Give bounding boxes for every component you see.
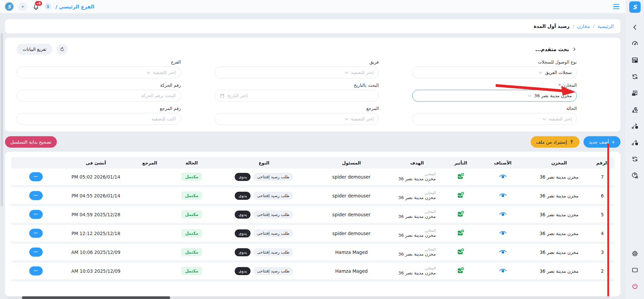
cell-created-at: PM 04:59 2025/12/28: [61, 212, 131, 217]
horizontal-scrollbar[interactable]: [7, 296, 610, 299]
team-placeholder: إختر للتصفية: [351, 70, 374, 75]
company-logo[interactable]: S: [5, 2, 14, 11]
access-type-value: سجلات الفريق: [545, 70, 572, 75]
cell-responsible: spider demouser: [313, 231, 390, 236]
row-actions-button[interactable]: •••: [29, 229, 43, 238]
settings-gear-icon[interactable]: [631, 250, 639, 257]
branch-select[interactable]: إختر للتصفية: [16, 67, 181, 78]
transfer-icon-2[interactable]: [631, 139, 639, 146]
sync-icon-2[interactable]: [631, 155, 639, 163]
view-items-eye-icon[interactable]: [499, 192, 507, 199]
effect-inbox-up-icon: [457, 248, 465, 257]
column-header: الرقم: [590, 160, 614, 165]
effect-inbox-up-icon: [457, 210, 465, 219]
advanced-search-title: بحث متقدم...: [535, 46, 569, 52]
invoice-icon[interactable]: [631, 89, 639, 97]
cell-number: 7: [590, 174, 614, 180]
view-items-eye-icon[interactable]: [499, 249, 507, 256]
effect-inbox-up-icon: [457, 266, 465, 275]
field-reference-no: رقم المرجع: [16, 106, 181, 125]
warehouses-select[interactable]: مخزن مدينة نصر 36: [412, 90, 577, 102]
column-header: الهدف: [390, 160, 444, 165]
quick-add-button[interactable]: +: [18, 2, 27, 11]
handtruck-icon[interactable]: [631, 106, 639, 113]
breadcrumb-home-link[interactable]: الرئيسية: [598, 24, 614, 29]
type-badge: طلب رصيد إفتتاحى: [253, 267, 293, 275]
chevron-down-icon: [147, 71, 150, 74]
advanced-search-toggle[interactable]: بحث متقدم...: [535, 46, 577, 52]
cell-created-at: AM 10:03 2025/12/09: [61, 268, 131, 274]
status-select[interactable]: إختر للتصفية: [412, 113, 577, 125]
plus-icon: +: [611, 139, 615, 145]
movement-no-input[interactable]: [16, 90, 181, 102]
required-star: *: [559, 83, 561, 88]
cell-responsible: spider demouser: [313, 193, 390, 198]
entry-mode-badge: يدوى: [235, 267, 251, 275]
reference-no-input[interactable]: [16, 113, 181, 125]
view-items-eye-icon[interactable]: [499, 230, 507, 237]
view-items-eye-icon[interactable]: [499, 173, 507, 180]
cell-target: المخازنمخزن مدينة نصر 36: [390, 172, 444, 181]
fix-sequence-button[interactable]: تصحيح بداية التسلسل: [5, 136, 57, 148]
current-branch-label[interactable]: الفرع الرئيسي /: [55, 4, 94, 9]
column-header: الحالة: [168, 160, 215, 165]
team-select[interactable]: إختر للتصفية: [215, 67, 379, 78]
chevron-down-icon: [345, 118, 348, 120]
cell-target: المخازنمخزن مدينة نصر 36: [390, 191, 444, 200]
access-type-select[interactable]: سجلات الفريق: [412, 67, 577, 78]
type-badge: طلب رصيد إفتتاحى: [253, 173, 293, 181]
cell-status: مكتمل: [168, 248, 215, 256]
status-badge: مكتمل: [181, 229, 202, 237]
status-placeholder: إختر للتصفية: [549, 116, 572, 121]
cell-effect: [444, 229, 478, 238]
horizontal-scrollbar-thumb[interactable]: [22, 296, 170, 299]
view-items-eye-icon[interactable]: [499, 267, 507, 274]
breadcrumb-separator: /: [572, 24, 574, 29]
row-actions-button[interactable]: •••: [29, 172, 43, 181]
row-actions-button[interactable]: •••: [29, 266, 43, 275]
cell-items: [478, 267, 528, 274]
entry-mode-badge: يدوى: [235, 248, 251, 256]
sync-icon[interactable]: [631, 73, 639, 80]
cell-number: 6: [590, 193, 614, 198]
power-icon[interactable]: [631, 283, 639, 290]
annotation-vertical-line: [607, 144, 609, 299]
cell-warehouse: مخزن مدينة نصر 36: [528, 212, 590, 217]
refresh-button[interactable]: [56, 44, 68, 55]
screen-icon[interactable]: [631, 266, 639, 274]
transfer-icon[interactable]: [631, 122, 639, 130]
cell-created-at: PM 12:12 2025/12/18: [61, 231, 131, 236]
breadcrumb-warehouses-link[interactable]: مخازن: [577, 24, 590, 29]
notifications-button[interactable]: +9: [32, 2, 40, 11]
import-file-button[interactable]: إستيراد من ملف: [531, 136, 579, 148]
warehouse-icon[interactable]: [631, 57, 639, 64]
date-picker[interactable]: إختر التاريخ: [215, 90, 379, 102]
entry-mode-badge: يدوى: [235, 173, 251, 181]
reference-select[interactable]: إختر للتصفية: [215, 113, 379, 125]
add-new-button[interactable]: + أضف جديد: [583, 136, 620, 148]
cell-target: المخازنمخزن مدينة نصر 36: [390, 248, 444, 257]
upload-icon: [569, 140, 574, 144]
cell-actions: •••: [11, 172, 61, 181]
vertical-scrollbar-thumb[interactable]: [1, 33, 3, 207]
breadcrumb-separator: /: [593, 24, 595, 29]
cell-number: 5: [590, 212, 614, 217]
app-logo[interactable]: S: [629, 1, 641, 13]
menu-hamburger-icon[interactable]: [612, 3, 621, 10]
table-row: 5 مخزن مدينة نصر 36 المخازنمخزن مدينة نص…: [11, 206, 614, 225]
dashboard-gauge-icon[interactable]: [631, 40, 639, 47]
branch-label: الفرع: [16, 60, 181, 65]
view-items-eye-icon[interactable]: [499, 211, 507, 218]
column-header: المسئول: [313, 160, 390, 165]
reports-chart-icon[interactable]: [631, 172, 639, 179]
table-row: 2 مخزن مدينة نصر 36 المخازنمخزن مدينة نص…: [11, 263, 614, 282]
row-actions-button[interactable]: •••: [29, 191, 43, 200]
collapse-chevron-icon[interactable]: [631, 24, 639, 31]
row-actions-button[interactable]: •••: [29, 248, 43, 257]
cell-type: طلب رصيد إفتتاحى يدوى: [215, 248, 313, 256]
row-actions-button[interactable]: •••: [29, 210, 43, 219]
cell-items: [478, 249, 528, 256]
sidebar-bottom-icons: [631, 250, 639, 299]
team-label: فريق: [215, 60, 379, 65]
clear-data-button[interactable]: تفريغ البيانات: [16, 44, 52, 55]
